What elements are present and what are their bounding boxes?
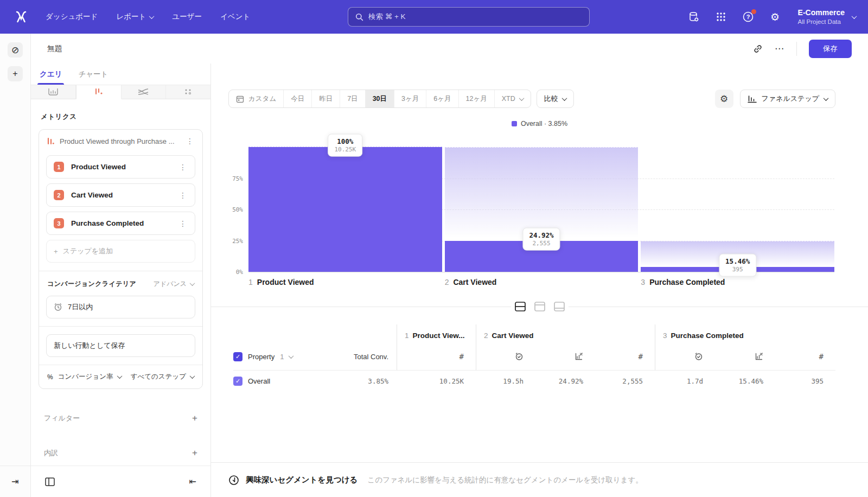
apps-grid-icon[interactable]: [714, 10, 727, 23]
ytick-75: 75%: [217, 175, 243, 182]
divider: [39, 326, 202, 327]
metrics-section-title: メトリクス: [41, 112, 203, 122]
chart-plot-area: 75% 50% 25% 0% 100% 10.25K: [248, 147, 834, 272]
funnel-step-3[interactable]: 3 Purchase Completed ⋮: [46, 212, 195, 235]
col-conv-2[interactable]: [535, 346, 595, 370]
date-xtd[interactable]: XTD: [494, 90, 531, 107]
settings-gear-icon[interactable]: ⚙: [769, 10, 782, 23]
discover-segments-icon: [228, 475, 239, 486]
date-12m[interactable]: 12ヶ月: [458, 90, 494, 107]
table-only-toggle[interactable]: [552, 300, 566, 314]
save-button[interactable]: 保存: [809, 40, 852, 58]
kebab-menu-icon[interactable]: ⋮: [178, 219, 188, 228]
plus-icon: +: [54, 247, 58, 256]
board-compass-button[interactable]: ⊘: [8, 42, 23, 58]
nav-events[interactable]: イベント: [220, 12, 250, 22]
funnel-step-1[interactable]: 1 Product Viewed ⋮: [46, 155, 195, 179]
data-management-icon[interactable]: [687, 10, 700, 23]
cell-step3-conv: 15.46%: [715, 370, 775, 392]
avg-time-icon: [694, 352, 703, 361]
breakdown-label: 内訳: [44, 448, 192, 458]
date-7d[interactable]: 7日: [340, 90, 365, 107]
step-number-badge: 3: [54, 218, 64, 228]
tab-query[interactable]: クエリ: [40, 69, 62, 85]
retention-chart-type[interactable]: [166, 85, 210, 99]
funnel-metric-card: Product Viewed through Purchase ... ⋮ 1 …: [39, 129, 203, 389]
date-3m[interactable]: 3ヶ月: [394, 90, 426, 107]
col-count-2[interactable]: #: [595, 346, 655, 370]
split-view-toggle[interactable]: [513, 300, 527, 314]
rail-expand-button[interactable]: ⇥: [0, 466, 30, 497]
total-conv-header[interactable]: Total Conv.: [326, 346, 397, 370]
new-board-button[interactable]: +: [8, 66, 23, 81]
chart-only-toggle[interactable]: [533, 300, 547, 314]
report-title[interactable]: 無題: [47, 44, 62, 54]
discover-segments-bar[interactable]: 興味深いセグメントを見つける このファネルに影響を与える統計的に有意なセグメント…: [211, 462, 868, 497]
date-30d[interactable]: 30日: [365, 90, 394, 107]
filter-section: フィルター +: [39, 413, 203, 424]
kebab-menu-icon[interactable]: ⋮: [178, 191, 188, 200]
conversion-rate-dropdown[interactable]: % コンバージョン率: [47, 372, 131, 381]
col-conv-3[interactable]: [715, 346, 775, 370]
save-as-behavior-button[interactable]: 新しい行動として保存: [46, 334, 195, 357]
help-icon[interactable]: ?: [742, 10, 755, 23]
flow-chart-type[interactable]: [122, 85, 167, 99]
funnel-bar-product-viewed[interactable]: 100% 10.25K: [248, 147, 442, 272]
kebab-menu-icon[interactable]: ⋮: [178, 163, 188, 171]
nav-reports[interactable]: レポート: [116, 12, 154, 22]
collapse-left-icon: ⇤: [189, 477, 196, 486]
col-time-2[interactable]: [476, 346, 535, 370]
cell-step3-time: 1.7d: [655, 370, 715, 392]
property-header[interactable]: ✓ Property 1: [233, 346, 326, 370]
date-yesterday[interactable]: 昨日: [311, 90, 340, 107]
date-6m[interactable]: 6ヶ月: [426, 90, 458, 107]
nav-users[interactable]: ユーザー: [172, 12, 202, 22]
svg-text:?: ?: [746, 14, 750, 20]
funnel-steps-view-dropdown[interactable]: ファネルステップ: [740, 90, 835, 108]
advanced-dropdown[interactable]: アドバンス: [154, 279, 194, 289]
collapse-sidebar-button[interactable]: ⇤: [189, 476, 196, 487]
col-count-1[interactable]: #: [397, 346, 476, 370]
date-custom[interactable]: カスタム: [229, 90, 283, 107]
compare-button[interactable]: 比較: [537, 90, 574, 108]
kebab-menu-icon[interactable]: ⋮: [185, 137, 195, 145]
chart-legend[interactable]: Overall · 3.85%: [211, 120, 868, 128]
org-switcher[interactable]: E-Commerce All Project Data: [796, 8, 856, 26]
org-project: All Project Data: [798, 18, 845, 26]
select-all-checkbox[interactable]: ✓: [233, 352, 242, 361]
more-menu-button[interactable]: ⋯: [775, 43, 784, 54]
col-time-3[interactable]: [655, 346, 715, 370]
all-steps-dropdown[interactable]: すべてのステップ: [131, 372, 194, 381]
sidebar-footer: ⇤: [31, 466, 210, 497]
percent-icon: %: [47, 373, 53, 381]
cell-step3-count: 395: [775, 370, 835, 392]
date-range-segmented: カスタム 今日 昨日 7日 30日 3ヶ月 6ヶ月 12ヶ月 XTD: [228, 90, 531, 108]
discover-segments-label: 興味深いセグメントを見つける: [246, 475, 358, 485]
chevron-down-icon: [149, 14, 155, 19]
insights-chart-type[interactable]: [31, 85, 76, 99]
date-today[interactable]: 今日: [283, 90, 311, 107]
conversion-rate-icon: [755, 352, 763, 361]
mixpanel-logo-icon[interactable]: [12, 8, 30, 26]
chevron-down-icon: [852, 14, 857, 19]
nav-dashboards[interactable]: ダッシュボード: [46, 12, 98, 22]
chevron-down-icon: [519, 95, 524, 101]
funnel-ghost-segment: [445, 147, 639, 241]
panel-layout-button[interactable]: [45, 477, 55, 486]
row-checkbox[interactable]: ✓: [233, 377, 242, 386]
conversion-window-button[interactable]: 7日以内: [46, 296, 195, 318]
table-row-overall[interactable]: ✓ Overall: [233, 370, 326, 392]
col-count-3[interactable]: #: [775, 346, 835, 370]
search-input[interactable]: 検索 ⌘ + K: [348, 7, 590, 27]
funnel-chart-type[interactable]: [76, 85, 122, 99]
funnel-step-2[interactable]: 2 Cart Viewed ⋮: [46, 183, 195, 207]
add-step-button[interactable]: + ステップを追加: [46, 240, 195, 263]
add-filter-button[interactable]: +: [192, 413, 197, 424]
metric-title[interactable]: Product Viewed through Purchase ...: [60, 137, 180, 145]
copy-link-button[interactable]: [753, 44, 763, 54]
funnel-bar-cart-viewed[interactable]: 24.92% 2,555: [445, 147, 639, 272]
funnel-bar-purchase-completed[interactable]: 15.46% 395: [641, 147, 834, 272]
chart-settings-button[interactable]: ⚙: [715, 90, 733, 108]
tab-chart[interactable]: チャート: [78, 69, 108, 85]
add-breakdown-button[interactable]: +: [192, 448, 197, 458]
